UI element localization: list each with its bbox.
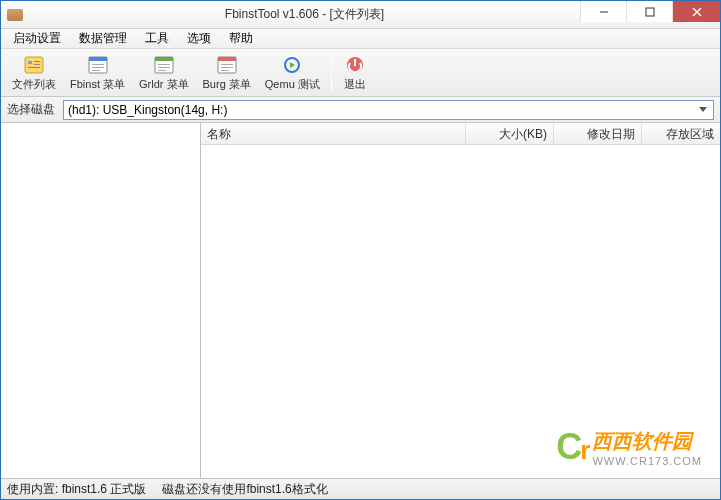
exit-button[interactable]: 退出 [336,51,374,95]
svg-rect-26 [354,59,356,66]
svg-rect-15 [155,57,173,61]
column-name[interactable]: 名称 [201,123,466,144]
file-list-button[interactable]: 文件列表 [5,51,63,95]
burg-menu-button[interactable]: Burg 菜单 [196,51,258,95]
status-message: 磁盘还没有使用fbinst1.6格式化 [162,481,327,498]
svg-rect-10 [89,57,107,61]
window-title: FbinstTool v1.606 - [文件列表] [29,6,580,23]
app-icon [7,9,23,21]
maximize-icon [645,7,655,17]
svg-rect-22 [221,67,233,68]
svg-rect-13 [92,70,100,71]
disk-select-value: (hd1): USB_Kingston(14g, H:) [68,103,227,117]
list-header: 名称 大小(KB) 修改日期 存放区域 [201,123,720,145]
menu-help[interactable]: 帮助 [221,28,261,49]
window-controls [580,1,720,22]
menu-tools[interactable]: 工具 [137,28,177,49]
svg-rect-6 [34,61,40,62]
list-pane: 名称 大小(KB) 修改日期 存放区域 Cr 西西软件园 WWW.CR173.C… [201,123,720,478]
column-size[interactable]: 大小(KB) [466,123,554,144]
svg-rect-7 [34,64,40,65]
content-area: 名称 大小(KB) 修改日期 存放区域 Cr 西西软件园 WWW.CR173.C… [1,123,720,479]
svg-rect-23 [221,70,229,71]
svg-rect-5 [28,61,32,64]
svg-rect-11 [92,64,104,65]
file-list-icon [22,54,46,76]
column-date[interactable]: 修改日期 [554,123,642,144]
burg-menu-icon [215,54,239,76]
statusbar: 使用内置: fbinst1.6 正式版 磁盘还没有使用fbinst1.6格式化 [1,479,720,499]
fbinst-menu-icon [86,54,110,76]
close-icon [692,7,702,17]
toolbar-separator [331,54,332,92]
svg-rect-20 [218,57,236,61]
svg-rect-16 [158,64,170,65]
watermark-logo: Cr [556,426,588,468]
svg-rect-18 [158,70,166,71]
watermark: Cr 西西软件园 WWW.CR173.COM [556,426,702,468]
maximize-button[interactable] [626,1,672,22]
svg-rect-17 [158,67,170,68]
grldr-menu-button[interactable]: Grldr 菜单 [132,51,196,95]
disk-selection-row: 选择磁盘 (hd1): USB_Kingston(14g, H:) [1,97,720,123]
minimize-icon [599,7,609,17]
titlebar: FbinstTool v1.606 - [文件列表] [1,1,720,29]
fbinst-menu-button[interactable]: Fbinst 菜单 [63,51,132,95]
list-body[interactable]: Cr 西西软件园 WWW.CR173.COM [201,145,720,478]
exit-icon [343,54,367,76]
menu-boot-settings[interactable]: 启动设置 [5,28,69,49]
svg-rect-12 [92,67,104,68]
svg-rect-8 [28,67,40,68]
disk-select[interactable]: (hd1): USB_Kingston(14g, H:) [63,100,714,120]
menubar: 启动设置 数据管理 工具 选项 帮助 [1,29,720,49]
watermark-url: WWW.CR173.COM [592,455,702,467]
minimize-button[interactable] [580,1,626,22]
menu-data-manage[interactable]: 数据管理 [71,28,135,49]
qemu-test-icon [280,54,304,76]
toolbar: 文件列表 Fbinst 菜单 Grldr 菜单 Burg 菜单 Qemu 测试 [1,49,720,97]
status-kernel: 使用内置: fbinst1.6 正式版 [7,481,146,498]
app-window: FbinstTool v1.606 - [文件列表] 启动设置 数据管理 工具 … [0,0,721,500]
svg-rect-21 [221,64,233,65]
watermark-text: 西西软件园 [592,428,702,455]
svg-rect-1 [646,8,654,16]
qemu-test-button[interactable]: Qemu 测试 [258,51,327,95]
tree-pane[interactable] [1,123,201,478]
disk-label: 选择磁盘 [7,101,55,118]
dropdown-arrow-icon [695,101,711,119]
menu-options[interactable]: 选项 [179,28,219,49]
grldr-menu-icon [152,54,176,76]
close-button[interactable] [672,1,720,22]
column-area[interactable]: 存放区域 [642,123,720,144]
